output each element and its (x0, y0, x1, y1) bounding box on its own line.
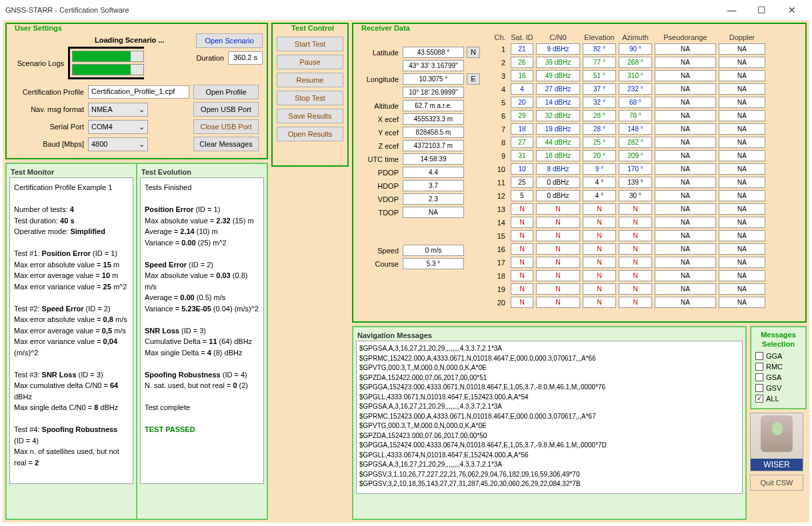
sat-row: 3 16 49 dBHz 51 ° 310 ° NA NA (492, 69, 765, 82)
hdop-value: 3.7 (403, 180, 464, 191)
sat-row: 5 20 14 dBHz 32 ° 68 ° NA NA (492, 96, 765, 109)
altitude-value: 62.7 m a.r.e. (403, 100, 464, 111)
zecef-label: Z ecef (357, 142, 399, 150)
resume-button[interactable]: Resume (277, 73, 343, 87)
duration-value: 360.2 s (228, 51, 263, 65)
sat-row: 7 18 19 dBHz 28 ° 148 ° NA NA (492, 123, 765, 135)
hdr-azimuth: Azimuth (619, 33, 652, 41)
longitude-value: 10.3075 ° (403, 73, 464, 85)
user-settings-title: User Settings (13, 24, 63, 32)
pause-button[interactable]: Pause (277, 55, 343, 69)
sat-row: 11 25 0 dBHz 4 ° 139 ° NA NA (492, 176, 765, 189)
latitude-label: Latitude (357, 49, 399, 57)
test-evolution-title: Test Evolution (140, 167, 264, 177)
checkbox-rmc[interactable]: RMC (755, 363, 801, 371)
sat-row: 4 4 27 dBHz 37 ° 232 ° NA NA (492, 83, 765, 95)
altitude-label: Altitude (357, 102, 399, 110)
chevron-down-icon: ⌄ (139, 123, 145, 131)
sat-row: 9 31 18 dBHz 20 ° 209 ° NA NA (492, 149, 765, 162)
checkbox-gsa[interactable]: GSA (755, 373, 801, 381)
nav-messages-title: Navigation Messages (356, 330, 743, 341)
vdop-value: 2.3 (403, 193, 464, 205)
lon-hem-button[interactable]: E (467, 73, 480, 85)
clear-messages-button[interactable]: Clear Messages (193, 137, 259, 151)
duration-label: Duration (196, 54, 224, 62)
open-usb-button[interactable]: Open USB Port (193, 102, 259, 117)
vdop-label: VDOP (357, 195, 399, 203)
longitude-dms: 10° 18' 26.9999'' (403, 87, 464, 98)
chevron-down-icon: ⌄ (139, 105, 145, 114)
quit-button[interactable]: Quit CSW (750, 475, 803, 491)
hdr-pseudorange: Pseudorange (655, 33, 716, 41)
scenario-logs-label: Scenario Logs (11, 59, 64, 67)
tdop-value: NA (403, 207, 464, 218)
nav-messages-body[interactable]: $GPGSA,A,3,16,27,21,20,29,,,,,,,,4.3,3.7… (356, 341, 743, 494)
test-monitor-panel: Test Monitor Certification Profile Examp… (5, 163, 137, 520)
yecef-label: Y ecef (357, 129, 399, 137)
nav-format-label: Nav. msg format (11, 105, 84, 113)
open-results-button[interactable]: Open Results (277, 127, 343, 141)
minimize-button[interactable]: — (717, 0, 747, 20)
utc-value: 14:58:39 (403, 153, 464, 165)
test-control-title: Test Control (290, 24, 335, 32)
baud-label: Baud [Mbps] (11, 140, 84, 148)
sat-row: 14 N N N N NA NA (492, 216, 765, 229)
checkmark-icon: ✓ (755, 395, 763, 403)
hdr-doppler: Doppler (719, 33, 765, 41)
stop-test-button[interactable]: Stop Test (277, 91, 343, 105)
hdop-label: HDOP (357, 182, 399, 190)
yecef-value: 828458.5 m (403, 127, 464, 138)
sat-row: 19 N N N N NA NA (492, 283, 765, 295)
sat-row: 10 10 8 dBHz 9 ° 170 ° NA NA (492, 163, 765, 175)
checkbox-all[interactable]: ✓ALL (755, 395, 801, 403)
speed-label: Speed (357, 247, 399, 255)
course-label: Course (357, 260, 399, 268)
save-results-button[interactable]: Save Results (277, 109, 343, 123)
longitude-label: Longitude (357, 75, 399, 83)
nav-format-select[interactable]: NMEA⌄ (88, 103, 148, 117)
test-evolution-panel: Test Evolution Tests FinishedPosition Er… (137, 163, 268, 520)
hdr-satid: Sat. ID (511, 33, 533, 41)
receiver-data-panel: Receiver Data Latitude43.55088 °N 43° 33… (352, 23, 807, 323)
sat-row: 18 N N N N NA NA (492, 269, 765, 282)
test-control-panel: Test Control Start Test Pause Resume Sto… (271, 23, 349, 167)
cert-profile-label: Certification Profile (11, 88, 84, 96)
pdop-label: PDOP (357, 169, 399, 177)
lat-hem-button[interactable]: N (467, 47, 480, 58)
sat-row: 17 N N N N NA NA (492, 256, 765, 269)
pdop-value: 4.4 (403, 167, 464, 178)
close-usb-button[interactable]: Close USB Port (193, 119, 259, 134)
sat-row: 15 N N N N NA NA (492, 229, 765, 242)
sat-row: 12 5 0 dBHz 4 ° 30 ° NA NA (492, 189, 765, 202)
start-test-button[interactable]: Start Test (277, 37, 343, 51)
nav-messages-panel: Navigation Messages $GPGSA,A,3,16,27,21,… (352, 326, 747, 520)
hdr-cn0: C/N0 (536, 33, 580, 41)
cert-profile-input[interactable]: Certification_Profile_1.cpf (88, 85, 189, 99)
test-monitor-body: Certification Profile Example 1Number of… (9, 177, 133, 484)
course-value: 5.3 ° (403, 258, 464, 269)
sat-row: 2 26 39 dBHz 77 ° 268 ° NA NA (492, 56, 765, 69)
sat-row: 1 21 9 dBHz 82 ° 90 ° NA NA (492, 43, 765, 55)
baud-select[interactable]: 4800⌄ (88, 137, 148, 151)
sat-row: 16 N N N N NA NA (492, 243, 765, 255)
satellite-table: Ch. Sat. ID C/N0 Elevation Azimuth Pseud… (492, 33, 765, 309)
loading-label: Loading Scenario ... (68, 36, 191, 44)
user-settings-panel: User Settings Loading Scenario ... Scena… (5, 23, 268, 159)
maximize-button[interactable]: ☐ (747, 0, 777, 20)
checkbox-gga[interactable]: GGA (755, 352, 801, 360)
tdop-label: TDOP (357, 209, 399, 217)
open-scenario-button[interactable]: Open Scenario (196, 33, 263, 48)
latitude-dms: 43° 33' 3.16799'' (403, 60, 464, 71)
serial-port-select[interactable]: COM4⌄ (88, 120, 148, 134)
xecef-value: 4555323.3 m (403, 113, 464, 125)
sat-row: 8 27 44 dBHz 25 ° 282 ° NA NA (492, 136, 765, 149)
checkbox-gsv[interactable]: GSV (755, 384, 801, 392)
window-title: GNSS-STARR - Certification Software (5, 6, 717, 14)
messages-selection-panel: MessagesSelection GGA RMC GSA GSV ✓ALL (750, 326, 807, 409)
open-profile-button[interactable]: Open Profile (193, 85, 259, 99)
close-button[interactable]: ✕ (777, 0, 807, 20)
sat-row: 20 N N N N NA NA (492, 296, 765, 309)
progress-2 (72, 64, 144, 75)
titlebar: GNSS-STARR - Certification Software — ☐ … (0, 0, 812, 20)
wiser-logo: WISER (750, 413, 803, 471)
